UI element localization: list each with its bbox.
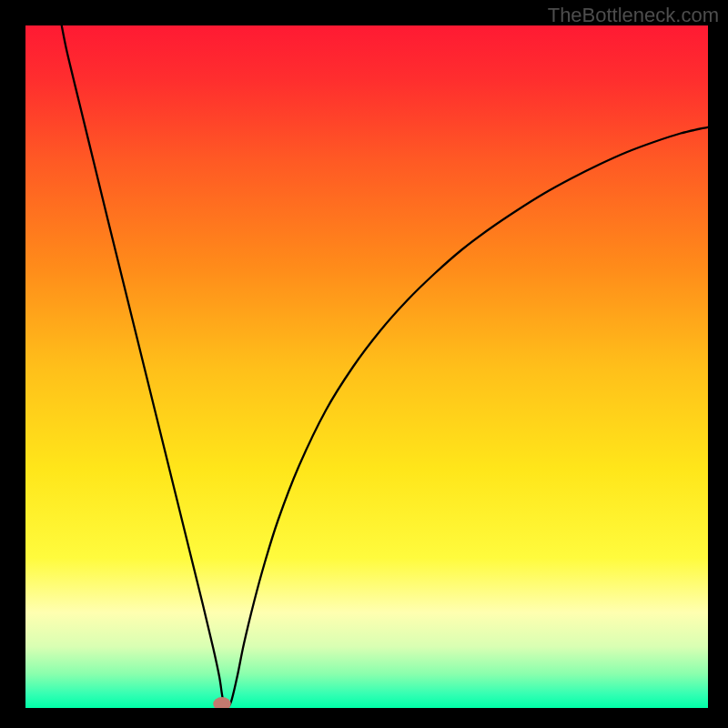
- chart-svg: [25, 25, 708, 708]
- watermark-text: TheBottleneck.com: [548, 4, 719, 27]
- chart-container: [25, 25, 708, 708]
- chart-background: [25, 25, 708, 708]
